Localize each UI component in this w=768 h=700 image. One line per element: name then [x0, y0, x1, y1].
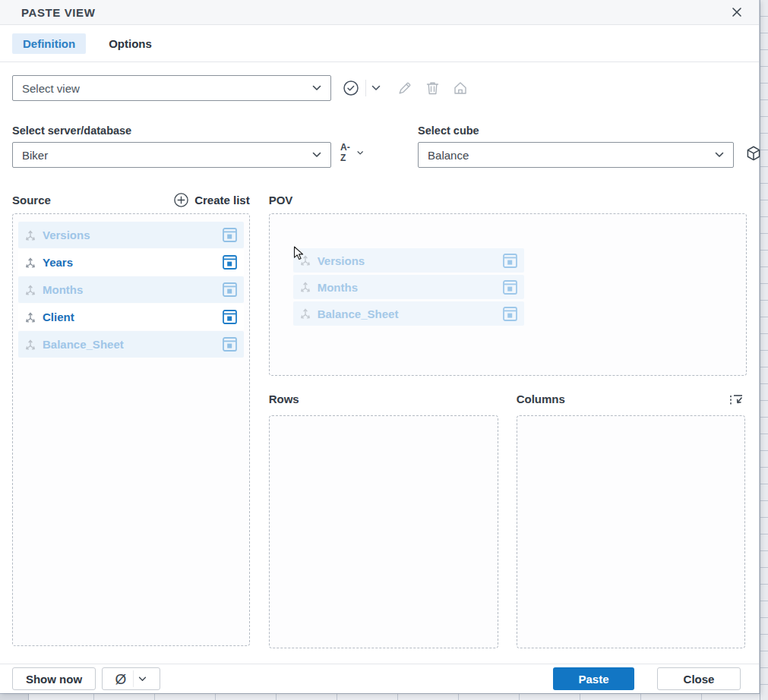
axis-icon — [23, 337, 38, 352]
columns-drop-zone[interactable] — [517, 415, 745, 648]
axis-icon — [23, 228, 38, 243]
close-button[interactable]: Close — [657, 667, 741, 690]
dimension-label: Versions — [43, 229, 90, 241]
dimension-label: Years — [43, 256, 73, 269]
pov-drop-zone[interactable]: Versions Months — [269, 213, 747, 376]
tab-options[interactable]: Options — [98, 33, 163, 54]
pov-label: POV — [269, 194, 293, 207]
chevron-down-icon — [715, 152, 724, 158]
spreadsheet-cell-corner — [0, 694, 29, 700]
axis-icon — [23, 255, 38, 270]
subset-editor-icon[interactable] — [223, 228, 237, 242]
suppress-zeros-icon: Ø — [115, 672, 127, 686]
dimension-label: Balance_Sheet — [43, 338, 124, 351]
view-selector-row: Select view — [12, 75, 747, 101]
source-item-months[interactable]: Months — [18, 276, 244, 303]
view-actions-chevron-icon[interactable] — [371, 85, 381, 91]
axis-icon — [298, 253, 313, 268]
transpose-axes-icon[interactable] — [728, 391, 744, 409]
pov-item-balance-sheet[interactable]: Balance_Sheet — [293, 301, 524, 326]
cube-dropdown[interactable]: Balance — [418, 142, 734, 168]
tab-definition[interactable]: Definition — [12, 33, 86, 54]
pencil-icon[interactable] — [397, 80, 412, 96]
source-label: Source — [12, 194, 51, 207]
dialog-titlebar: PASTE VIEW — [0, 0, 759, 25]
dimension-label: Client — [43, 311, 74, 323]
dialog-title: PASTE VIEW — [21, 6, 95, 19]
source-item-client[interactable]: Client — [18, 304, 244, 330]
axis-icon — [298, 306, 313, 321]
spreadsheet-bottom-sliver — [0, 693, 760, 700]
suppress-zeros-button[interactable]: Ø — [102, 667, 160, 690]
select-view-placeholder: Select view — [22, 82, 80, 95]
columns-label: Columns — [517, 393, 565, 405]
definition-main-area: Source Create list Versions — [12, 191, 747, 648]
paste-button[interactable]: Paste — [553, 667, 634, 690]
plus-circle-icon — [173, 192, 189, 208]
dimension-label: Versions — [318, 254, 365, 267]
close-icon[interactable] — [728, 4, 745, 20]
axis-icon — [23, 310, 38, 325]
cube-icon — [744, 144, 763, 164]
pov-item-months[interactable]: Months — [293, 275, 524, 299]
axis-icon — [23, 282, 38, 298]
select-view-dropdown[interactable]: Select view — [12, 75, 331, 101]
divider — [133, 670, 134, 687]
subset-editor-icon[interactable] — [223, 310, 237, 324]
source-dimension-list[interactable]: Versions Years — [12, 213, 250, 646]
divider — [365, 80, 366, 96]
dialog-footer: Show now Ø Paste Close — [0, 664, 759, 693]
chevron-down-icon — [312, 152, 321, 158]
dimension-label: Balance_Sheet — [318, 307, 399, 320]
pov-item-versions[interactable]: Versions — [293, 248, 524, 273]
server-cube-row: Select server/database Biker A-Z Select … — [12, 125, 747, 168]
subset-editor-icon[interactable] — [503, 307, 517, 321]
tab-bar: Definition Options — [0, 25, 759, 62]
create-list-label: Create list — [194, 194, 250, 207]
confirm-view-icon[interactable] — [342, 79, 360, 97]
chevron-down-icon — [138, 676, 147, 682]
home-icon[interactable] — [453, 80, 468, 96]
rows-label: Rows — [269, 393, 299, 405]
cube-value: Balance — [428, 149, 469, 162]
cube-options-button[interactable] — [744, 144, 768, 164]
spreadsheet-right-sliver — [760, 0, 768, 700]
trash-icon[interactable] — [425, 80, 440, 96]
sort-az-button[interactable]: A-Z — [340, 142, 363, 163]
chevron-down-icon — [357, 150, 363, 156]
subset-editor-icon[interactable] — [223, 255, 237, 270]
paste-view-dialog: PASTE VIEW Definition Options Select vie… — [0, 0, 760, 693]
dimension-label: Months — [318, 281, 358, 294]
subset-editor-icon[interactable] — [503, 280, 517, 295]
server-database-label: Select server/database — [12, 125, 331, 137]
server-database-dropdown[interactable]: Biker — [12, 142, 331, 168]
dimension-label: Months — [43, 283, 83, 296]
create-list-button[interactable]: Create list — [173, 192, 250, 208]
axis-icon — [298, 279, 313, 295]
chevron-down-icon — [312, 85, 321, 91]
subset-editor-icon[interactable] — [223, 337, 237, 352]
cube-label: Select cube — [418, 125, 734, 137]
subset-editor-icon[interactable] — [503, 254, 517, 268]
subset-editor-icon[interactable] — [223, 282, 237, 297]
server-database-value: Biker — [22, 149, 48, 162]
source-item-years[interactable]: Years — [18, 249, 244, 276]
show-now-button[interactable]: Show now — [12, 667, 96, 690]
rows-drop-zone[interactable] — [269, 415, 498, 648]
source-item-balance-sheet[interactable]: Balance_Sheet — [18, 331, 244, 358]
sort-az-label: A-Z — [340, 142, 352, 163]
source-item-versions[interactable]: Versions — [18, 222, 244, 248]
